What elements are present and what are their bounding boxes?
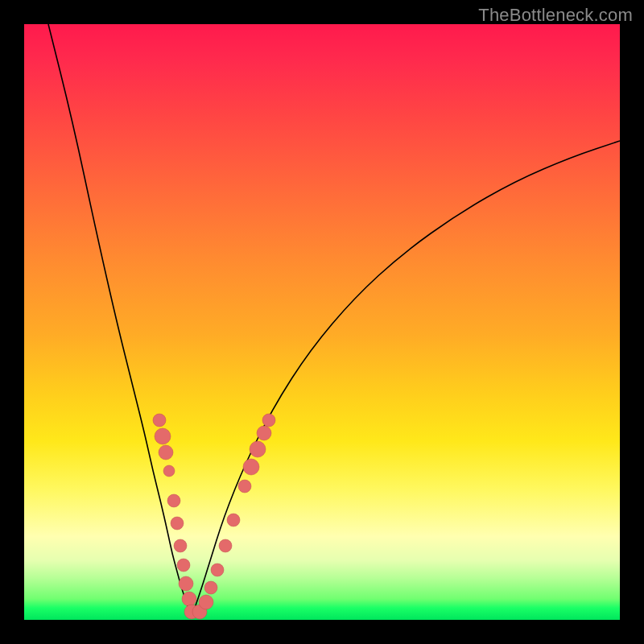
- marker-beads: [153, 414, 275, 619]
- marker-bead: [171, 517, 184, 530]
- marker-bead: [153, 414, 166, 427]
- marker-bead: [159, 445, 173, 460]
- plot-area: [24, 24, 620, 620]
- marker-bead: [257, 426, 271, 440]
- left-branch-curve: [48, 24, 192, 617]
- right-branch-curve: [192, 141, 620, 617]
- marker-bead: [155, 428, 171, 444]
- marker-bead: [243, 459, 259, 475]
- marker-bead: [167, 494, 180, 507]
- marker-bead: [199, 595, 213, 609]
- marker-bead: [174, 539, 187, 552]
- marker-bead: [262, 414, 275, 427]
- marker-bead: [250, 441, 266, 457]
- marker-bead: [219, 539, 232, 552]
- curve-layer: [24, 24, 620, 620]
- marker-bead: [177, 559, 190, 572]
- marker-bead: [182, 592, 196, 606]
- marker-bead: [238, 480, 251, 493]
- chart-frame: TheBottleneck.com: [0, 0, 644, 644]
- marker-bead: [179, 576, 193, 591]
- watermark-label: TheBottleneck.com: [478, 5, 633, 26]
- marker-bead: [204, 581, 217, 594]
- marker-bead: [211, 564, 224, 576]
- marker-bead: [227, 514, 240, 526]
- marker-bead: [163, 465, 175, 477]
